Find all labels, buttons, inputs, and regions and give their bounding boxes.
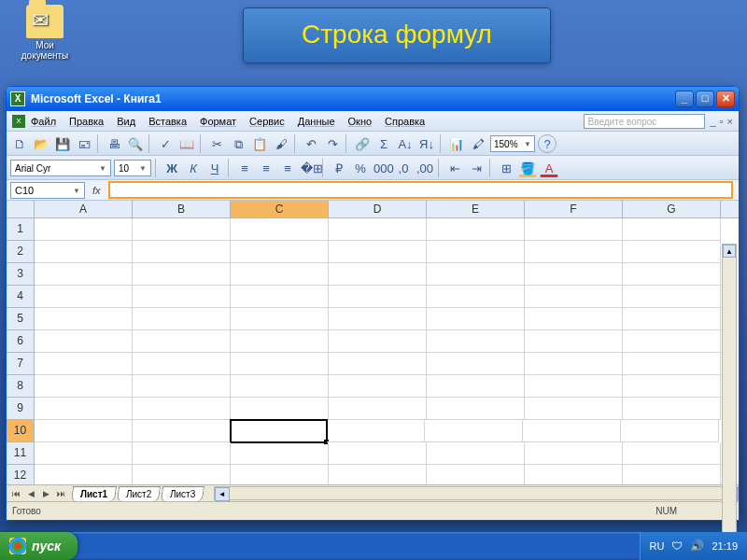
decdec-icon[interactable]: ,00 [416, 159, 434, 177]
font-name-select[interactable]: Arial Cyr▼ [10, 160, 111, 176]
spreadsheet-grid[interactable]: A B C D E F G 123456789101112 [7, 201, 739, 484]
cell[interactable] [35, 353, 133, 375]
workbook-icon[interactable]: X [12, 115, 25, 128]
new-icon[interactable]: 🗋 [10, 134, 29, 153]
chart-icon[interactable]: 📊 [447, 134, 466, 153]
col-header[interactable]: C [231, 201, 329, 217]
cell[interactable] [133, 218, 231, 241]
desktop-icon-mydocs[interactable]: Мои документы [17, 5, 73, 61]
help-search-input[interactable]: Введите вопрос [584, 114, 705, 129]
outdent-icon[interactable]: ⇤ [445, 159, 464, 177]
cell[interactable] [231, 353, 329, 375]
cell[interactable] [425, 420, 523, 442]
cell[interactable] [133, 398, 231, 420]
cell[interactable] [329, 375, 427, 398]
cell[interactable] [427, 241, 525, 263]
cell[interactable] [427, 286, 525, 308]
cell[interactable] [427, 465, 525, 484]
undo-icon[interactable]: ↶ [302, 134, 320, 153]
cell[interactable] [133, 353, 231, 375]
cell[interactable] [427, 442, 525, 465]
cell[interactable] [329, 465, 427, 484]
cell[interactable] [525, 375, 623, 398]
redo-icon[interactable]: ↷ [323, 134, 342, 153]
cell[interactable] [525, 218, 623, 241]
help-icon[interactable]: ? [538, 134, 557, 153]
drawing-icon[interactable]: 🖍 [469, 134, 487, 153]
col-header[interactable]: G [623, 201, 721, 217]
start-button[interactable]: пуск [0, 532, 78, 560]
open-icon[interactable]: 📂 [32, 134, 50, 153]
row-header[interactable]: 8 [7, 375, 35, 398]
spellcheck-icon[interactable]: ✓ [156, 134, 175, 153]
bold-button[interactable]: Ж [162, 159, 181, 177]
cell[interactable] [35, 330, 133, 353]
zoom-select[interactable]: 150%▼ [490, 135, 535, 152]
cell[interactable] [133, 263, 231, 286]
cut-icon[interactable]: ✂ [207, 134, 226, 153]
alignright-icon[interactable]: ≡ [278, 159, 297, 177]
font-size-select[interactable]: 10▼ [114, 160, 151, 176]
doc-close-button[interactable]: × [727, 116, 733, 127]
cell[interactable] [623, 398, 721, 420]
cell[interactable] [329, 308, 427, 330]
underline-button[interactable]: Ч [205, 159, 224, 177]
fillcolor-icon[interactable]: 🪣 [518, 159, 537, 177]
menu-tools[interactable]: Сервис [249, 116, 285, 127]
cell[interactable] [35, 308, 133, 330]
menu-view[interactable]: Вид [117, 116, 135, 127]
menu-format[interactable]: Формат [200, 116, 236, 127]
cell[interactable] [525, 263, 623, 286]
cell[interactable] [231, 375, 329, 398]
tab-first-icon[interactable]: ⏮ [9, 489, 22, 498]
sortasc-icon[interactable]: A↓ [396, 134, 415, 153]
cell[interactable] [525, 465, 623, 484]
cell[interactable] [35, 398, 133, 420]
tray-network-icon[interactable]: 🔊 [690, 539, 704, 553]
cell[interactable] [231, 465, 329, 484]
italic-button[interactable]: К [184, 159, 203, 177]
cell[interactable] [35, 263, 133, 286]
cell[interactable] [133, 286, 231, 308]
name-box[interactable]: C10▼ [10, 182, 85, 199]
cell[interactable] [329, 353, 427, 375]
cell[interactable] [133, 330, 231, 353]
cell[interactable] [525, 442, 623, 465]
copy-icon[interactable]: ⧉ [229, 134, 247, 153]
cell[interactable] [427, 375, 525, 398]
cell[interactable] [525, 398, 623, 420]
row-header[interactable]: 1 [7, 218, 35, 241]
tab-prev-icon[interactable]: ◀ [24, 489, 37, 498]
cell[interactable] [329, 330, 427, 353]
col-header[interactable]: D [329, 201, 427, 217]
cell[interactable] [525, 241, 623, 263]
border-icon[interactable]: ⊞ [497, 159, 515, 177]
cell[interactable] [623, 241, 721, 263]
sheet-tab[interactable]: Лист2 [117, 486, 162, 501]
cell[interactable] [329, 398, 427, 420]
clock[interactable]: 21:19 [712, 540, 738, 552]
tab-next-icon[interactable]: ▶ [39, 489, 52, 498]
cell[interactable] [329, 263, 427, 286]
merge-icon[interactable]: �⊞ [300, 159, 318, 177]
col-header[interactable]: F [525, 201, 623, 217]
cell[interactable] [329, 218, 427, 241]
cell[interactable] [623, 218, 721, 241]
doc-minimize-button[interactable]: _ [711, 116, 716, 127]
formatpainter-icon[interactable]: 🖌 [272, 134, 290, 153]
row-header[interactable]: 4 [7, 286, 35, 308]
menu-help[interactable]: Справка [385, 116, 425, 127]
comma-icon[interactable]: 000 [373, 159, 391, 177]
row-header[interactable]: 2 [7, 241, 35, 263]
cell[interactable] [35, 420, 133, 442]
cell[interactable] [35, 375, 133, 398]
sortdesc-icon[interactable]: Я↓ [417, 134, 436, 153]
cell[interactable] [231, 263, 329, 286]
col-header[interactable]: A [35, 201, 133, 217]
cell[interactable] [621, 420, 719, 442]
system-tray[interactable]: RU 🛡 🔊 21:19 [640, 532, 747, 560]
percent-icon[interactable]: % [351, 159, 370, 177]
formula-input[interactable] [108, 181, 733, 199]
hyperlink-icon[interactable]: 🔗 [353, 134, 372, 153]
cell[interactable] [623, 263, 721, 286]
